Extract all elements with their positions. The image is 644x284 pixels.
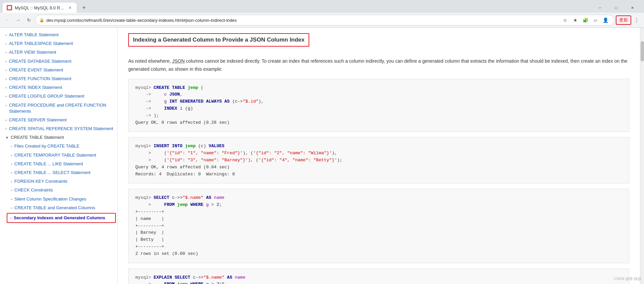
menu-button[interactable]: ⋮	[632, 15, 641, 25]
sidebar-item-create-database[interactable]: ● CREATE DATABASE Statement	[0, 57, 117, 66]
sidebar-label[interactable]: CREATE TABLE Statement	[11, 134, 64, 140]
create-table-children: ● Files Created by CREATE TABLE ● CREATE…	[0, 142, 117, 223]
bullet-icon: ●	[11, 154, 12, 157]
code-line: -> );	[135, 112, 622, 119]
minimize-button[interactable]: ─	[592, 3, 608, 13]
sidebar-label[interactable]: CREATE SPATIAL REFERENCE SYSTEM Statemen…	[9, 126, 113, 132]
extension-icon[interactable]: 🧩	[581, 15, 590, 25]
sidebar-label[interactable]: CREATE TABLE ... LIKE Statement	[14, 161, 83, 167]
tab-bar: MySQL :: MySQL 8.0 Reference... ✕ + ─ □ …	[0, 0, 644, 13]
bookmark-icon[interactable]: ★	[570, 15, 580, 25]
intro-paragraph: As noted elsewhere, JSON columns cannot …	[128, 57, 629, 73]
back-button[interactable]: ←	[3, 15, 12, 25]
profile-icon[interactable]: 👤	[601, 15, 610, 25]
code-block-insert: mysql> INSERT INTO jemp (c) VALUES > ('{…	[128, 137, 629, 183]
new-tab-button[interactable]: +	[79, 3, 89, 12]
sidebar-label[interactable]: CREATE SERVER Statement	[9, 117, 66, 123]
sidebar-label[interactable]: Secondary Indexes and Generated Columns	[14, 215, 105, 221]
code-line: -> INDEX i (g)	[135, 105, 622, 112]
sidebar-item-create-procedure[interactable]: ● CREATE PROCEDURE and CREATE FUNCTION S…	[0, 101, 117, 116]
share-icon[interactable]: ⎋	[560, 15, 570, 25]
main-content: Indexing a Generated Column to Provide a…	[118, 28, 640, 284]
sidebar-label[interactable]: CREATE EVENT Statement	[9, 67, 63, 73]
sidebar-label[interactable]: FOREIGN KEY Constraints	[14, 178, 67, 184]
sidebar-label[interactable]: CREATE TEMPORARY TABLE Statement	[14, 152, 96, 158]
sidebar-label[interactable]: ALTER TABLE Statement	[9, 32, 58, 38]
sidebar-label[interactable]: ALTER VIEW Statement	[9, 49, 56, 55]
active-tab[interactable]: MySQL :: MySQL 8.0 Reference... ✕	[3, 3, 77, 13]
tab-close-button[interactable]: ✕	[67, 5, 73, 10]
code-line: mysql> EXPLAIN SELECT c->>"$.name" AS na…	[135, 274, 622, 281]
sidebar-label[interactable]: Files Created by CREATE TABLE	[14, 143, 80, 149]
scrollbar-thumb[interactable]	[641, 41, 644, 61]
bullet-icon: ●	[11, 171, 12, 175]
bullet-icon: ●	[5, 77, 7, 81]
browser-right-buttons: 更新 ⋮	[616, 15, 641, 25]
security-icon: 🔒	[39, 18, 44, 22]
maximize-button[interactable]: □	[608, 3, 624, 13]
update-button[interactable]: 更新	[616, 15, 631, 25]
sidebar-label[interactable]: ALTER TABLESPACE Statement	[9, 41, 73, 47]
sidebar-item-files-created[interactable]: ● Files Created by CREATE TABLE	[5, 142, 117, 151]
bullet-icon: ●	[5, 104, 7, 107]
sidebar-label[interactable]: CREATE TABLE ... SELECT Statement	[14, 170, 91, 176]
sidebar-item-create-server[interactable]: ● CREATE SERVER Statement	[0, 116, 117, 124]
json-link[interactable]: JSON	[172, 58, 185, 64]
address-text: dev.mysql.com/doc/refman/8.0/en/create-t…	[46, 18, 558, 23]
sidebar-item-create-event[interactable]: ● CREATE EVENT Statement	[0, 66, 117, 74]
bullet-icon: ●	[5, 95, 7, 98]
bullet-icon: ●	[11, 206, 12, 210]
browser-chrome: MySQL :: MySQL 8.0 Reference... ✕ + ─ □ …	[0, 0, 644, 28]
sidebar-item-alter-tablespace[interactable]: ● ALTER TABLESPACE Statement	[0, 39, 117, 48]
sidebar-label[interactable]: CREATE DATABASE Statement	[9, 58, 72, 64]
code-block-create-table: mysql> CREATE TABLE jemp ( -> c JSON, ->…	[128, 79, 629, 132]
code-line: -> c JSON,	[135, 91, 622, 98]
watermark: CSDN @怪 姐@	[614, 276, 641, 281]
bullet-icon: ●	[5, 51, 7, 54]
sidebar-label[interactable]: CREATE FUNCTION Statement	[9, 76, 71, 82]
sidebar-item-create-temporary[interactable]: ● CREATE TEMPORARY TABLE Statement	[5, 151, 117, 160]
split-view-icon[interactable]: ▱	[591, 15, 600, 25]
reload-button[interactable]: ↻	[24, 15, 34, 25]
sidebar-item-create-function[interactable]: ● CREATE FUNCTION Statement	[0, 74, 117, 83]
sidebar-item-create-logfile[interactable]: ● CREATE LOGFILE GROUP Statement	[0, 92, 117, 101]
address-input[interactable]: 🔒 dev.mysql.com/doc/refman/8.0/en/create…	[35, 15, 614, 25]
code-line: mysql> INSERT INTO jemp (c) VALUES	[135, 143, 622, 150]
sidebar-item-check-constraints[interactable]: ● CHECK Constraints	[5, 186, 117, 194]
right-scrollbar[interactable]	[640, 28, 644, 284]
sidebar-item-alter-table[interactable]: ● ALTER TABLE Statement	[0, 31, 117, 39]
forward-button[interactable]: →	[13, 15, 23, 25]
sidebar-item-create-index[interactable]: ● CREATE INDEX Statement	[0, 83, 117, 92]
sidebar-item-secondary-indexes[interactable]: ● Secondary Indexes and Generated Column…	[7, 213, 116, 223]
sidebar-label[interactable]: CREATE LOGFILE GROUP Statement	[9, 93, 84, 99]
section-title: Indexing a Generated Column to Provide a…	[128, 33, 309, 47]
code-block-select: mysql> SELECT c->>"$.name" AS name > FRO…	[128, 189, 629, 263]
sidebar-item-create-spatial[interactable]: ● CREATE SPATIAL REFERENCE SYSTEM Statem…	[0, 124, 117, 133]
sidebar-item-create-table-generated[interactable]: ● CREATE TABLE and Generated Columns	[5, 204, 117, 212]
expand-icon: ▼	[5, 135, 9, 140]
sidebar-item-create-table[interactable]: ▼ CREATE TABLE Statement	[0, 133, 117, 142]
code-line: > FROM jemp WHERE g > 2;	[135, 202, 622, 209]
sidebar-label[interactable]: CHECK Constraints	[14, 187, 53, 193]
bullet-icon: ●	[11, 180, 12, 183]
address-bar: ← → ↻ 🔒 dev.mysql.com/doc/refman/8.0/en/…	[0, 13, 644, 27]
bullet-icon: ●	[5, 118, 7, 122]
code-line: +---------+	[135, 223, 622, 230]
sidebar-item-create-table-select[interactable]: ● CREATE TABLE ... SELECT Statement	[5, 168, 117, 177]
address-action-icons: ⎋ ★ 🧩 ▱ 👤	[560, 15, 610, 25]
sidebar-label[interactable]: CREATE INDEX Statement	[9, 84, 62, 91]
close-button[interactable]: ✕	[625, 3, 640, 13]
sidebar-item-silent-column[interactable]: ● Silent Column Specification Changes	[5, 195, 117, 204]
code-line: Query OK, 0 rows affected (0.28 sec)	[135, 119, 622, 126]
code-line: | Betty |	[135, 236, 622, 243]
code-line: | name |	[135, 216, 622, 223]
sidebar-item-create-table-like[interactable]: ● CREATE TABLE ... LIKE Statement	[5, 160, 117, 168]
sidebar-label[interactable]: Silent Column Specification Changes	[14, 196, 86, 202]
sidebar-item-foreign-key[interactable]: ● FOREIGN KEY Constraints	[5, 177, 117, 186]
tab-favicon	[7, 5, 12, 10]
sidebar-label[interactable]: CREATE PROCEDURE and CREATE FUNCTION Sta…	[9, 102, 113, 114]
sidebar-item-alter-view[interactable]: ● ALTER VIEW Statement	[0, 48, 117, 57]
bullet-icon: ●	[5, 42, 7, 46]
sidebar-label[interactable]: CREATE TABLE and Generated Columns	[14, 205, 95, 211]
code-line: -> g INT GENERATED ALWAYS AS (c->"$.id")…	[135, 98, 622, 105]
